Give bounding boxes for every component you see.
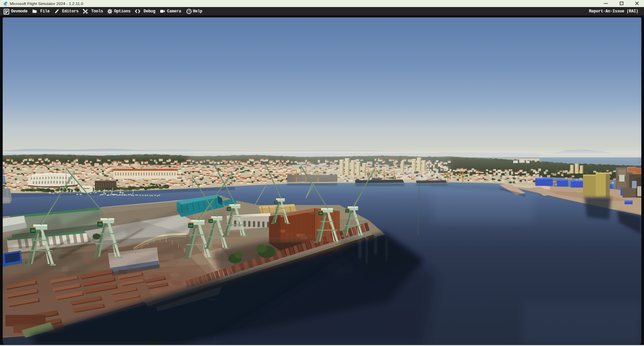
svg-text:?: ? xyxy=(188,9,190,13)
